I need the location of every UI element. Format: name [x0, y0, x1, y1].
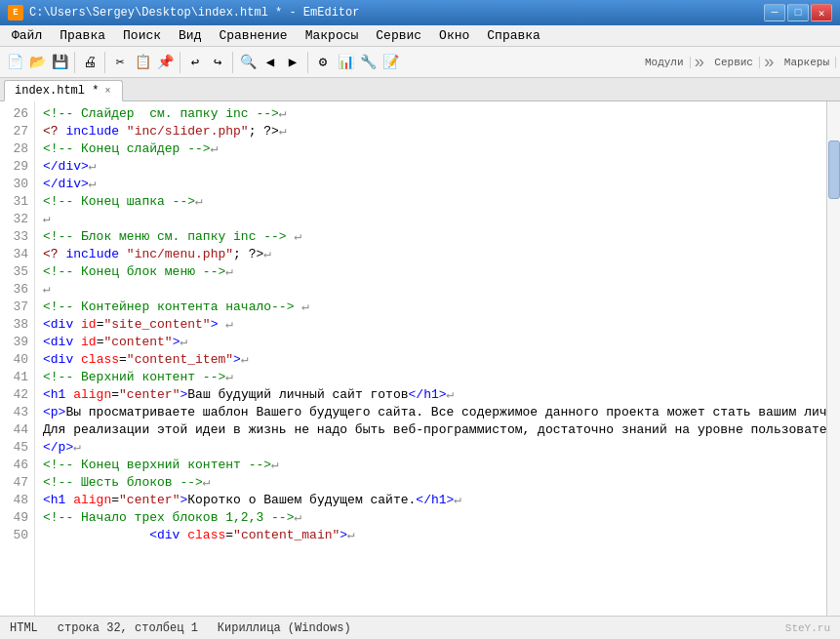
maximize-button[interactable]: □ [787, 4, 809, 21]
separator-5 [307, 52, 308, 73]
language-status: HTML [10, 621, 38, 635]
menu-view[interactable]: Вид [171, 26, 209, 45]
menu-service[interactable]: Сервис [368, 26, 429, 45]
tool4-button[interactable]: 📝 [380, 52, 401, 73]
tab-bar: index.html * × [0, 78, 840, 101]
service-label: Сервис [708, 57, 760, 68]
tool3-button[interactable]: 🔧 [357, 52, 379, 73]
copy-button[interactable]: 📋 [132, 52, 153, 73]
undo-button[interactable]: ↩ [184, 52, 206, 73]
paste-button[interactable]: 📌 [154, 52, 176, 73]
cut-button[interactable]: ✂ [109, 52, 131, 73]
separator-4 [232, 52, 233, 73]
code-editor[interactable]: <!-- Слайдер см. папку inc -->↵ <? inclu… [35, 101, 826, 616]
menu-file[interactable]: Файл [4, 26, 50, 45]
toolbar: 📄 📂 💾 🖨 ✂ 📋 📌 ↩ ↪ 🔍 ◀ ▶ ⚙ 📊 🔧 📝 Модули »… [0, 47, 840, 78]
separator-1 [74, 52, 75, 73]
window-title: C:\Users\Sergey\Desktop\index.html * - E… [29, 6, 359, 20]
separator-2 [104, 52, 105, 73]
minimize-button[interactable]: ─ [764, 4, 785, 21]
encoding-label: Кириллица (Windows) [218, 621, 351, 635]
new-file-button[interactable]: 📄 [4, 52, 25, 73]
status-bar: HTML строка 32, столбец 1 Кириллица (Win… [0, 616, 840, 639]
line-numbers: 26 27 28 29 30 31 32 33 34 35 36 37 38 3… [0, 101, 35, 616]
title-bar-left: E C:\Users\Sergey\Desktop\index.html * -… [8, 5, 359, 20]
print-button[interactable]: 🖨 [79, 52, 100, 73]
separator-3 [180, 52, 180, 73]
window-controls[interactable]: ─ □ ✕ [764, 4, 832, 21]
menu-macros[interactable]: Макросы [298, 26, 367, 45]
tab-index-html[interactable]: index.html * × [4, 80, 123, 101]
markers-label: Маркеры [779, 57, 836, 68]
app-icon: E [8, 5, 23, 20]
open-file-button[interactable]: 📂 [26, 52, 48, 73]
menu-bar: Файл Правка Поиск Вид Сравнение Макросы … [0, 25, 840, 47]
save-file-button[interactable]: 💾 [49, 52, 70, 73]
tool1-button[interactable]: ⚙ [312, 52, 334, 73]
menu-window[interactable]: Окно [431, 26, 477, 45]
menu-help[interactable]: Справка [479, 26, 548, 45]
watermark: SteY.ru [785, 621, 830, 635]
language-label: HTML [10, 621, 38, 635]
toolbar-right: Модули » Сервис » Маркеры [639, 53, 836, 72]
editor-area: 26 27 28 29 30 31 32 33 34 35 36 37 38 3… [0, 101, 840, 616]
menu-compare[interactable]: Сравнение [211, 26, 295, 45]
tab-label: index.html * [15, 84, 99, 98]
position-status: строка 32, столбец 1 [58, 621, 198, 635]
scroll-thumb[interactable] [828, 140, 840, 199]
modules-label: Модули [639, 57, 691, 68]
position-label: строка 32, столбец 1 [58, 621, 198, 635]
vertical-scrollbar[interactable] [826, 101, 840, 616]
tab-close-button[interactable]: × [104, 86, 110, 97]
modules-expand-icon[interactable]: » [693, 53, 707, 72]
find-next-button[interactable]: ▶ [282, 52, 303, 73]
title-bar: E C:\Users\Sergey\Desktop\index.html * -… [0, 0, 840, 25]
menu-search[interactable]: Поиск [115, 26, 169, 45]
tool2-button[interactable]: 📊 [335, 52, 356, 73]
find-prev-button[interactable]: ◀ [260, 52, 281, 73]
redo-button[interactable]: ↪ [207, 52, 228, 73]
close-button[interactable]: ✕ [811, 4, 832, 21]
service-expand-icon[interactable]: » [762, 53, 777, 72]
encoding-status: Кириллица (Windows) [218, 621, 351, 635]
find-button[interactable]: 🔍 [237, 52, 259, 73]
menu-edit[interactable]: Правка [52, 26, 113, 45]
